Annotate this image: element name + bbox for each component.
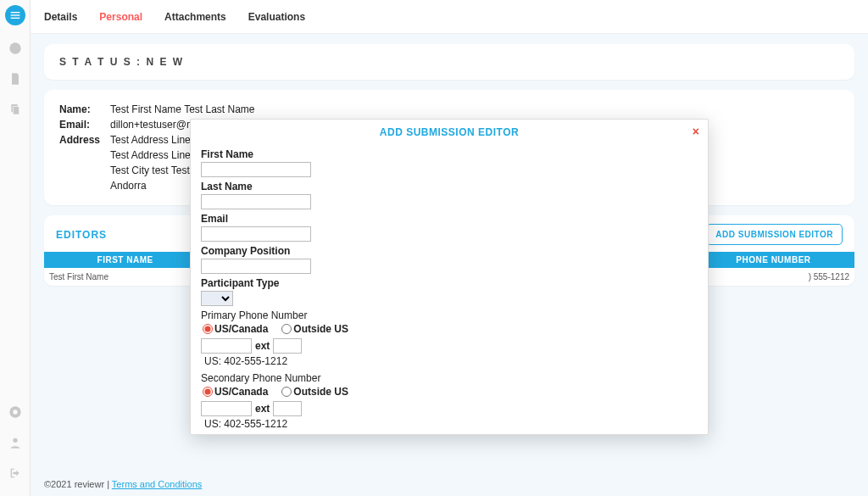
logout-icon[interactable] (8, 465, 23, 481)
participant-type-label: Participant Type (201, 277, 698, 289)
primary-us-canada-radio[interactable]: US/Canada (203, 323, 268, 335)
top-tabs: Details Personal Attachments Evaluations (31, 0, 868, 34)
terms-link[interactable]: Terms and Conditions (112, 479, 202, 489)
status-card: S T A T U S : N E W (44, 44, 854, 80)
primary-phone-input[interactable] (201, 338, 252, 354)
svg-rect-1 (10, 14, 19, 15)
outside-us-label: Outside US (293, 323, 348, 335)
svg-rect-2 (10, 18, 19, 19)
outside-us-label-2: Outside US (293, 386, 348, 398)
tab-details[interactable]: Details (44, 11, 77, 23)
svg-rect-0 (10, 12, 19, 13)
primary-phone-label: Primary Phone Number (201, 309, 698, 321)
primary-phone-ext-input[interactable] (273, 338, 302, 354)
tab-personal[interactable]: Personal (99, 11, 142, 23)
secondary-phone-label: Secondary Phone Number (201, 372, 698, 384)
last-name-input[interactable] (201, 194, 311, 209)
svg-point-8 (13, 438, 17, 443)
cell-first-name: Test First Name (44, 268, 206, 286)
svg-point-3 (9, 42, 20, 53)
primary-outside-us-radio-input[interactable] (281, 324, 292, 334)
add-submission-editor-button[interactable]: ADD SUBMISSION EDITOR (706, 224, 843, 245)
name-value: Test First Name Test Last Name (110, 102, 839, 117)
modal-header: ADD SUBMISSION EDITOR × (191, 120, 708, 145)
name-label: Name: (59, 102, 110, 117)
cell-phone: ) 555-1212 (693, 268, 854, 286)
help-icon[interactable] (8, 404, 23, 420)
last-name-label: Last Name (201, 181, 698, 192)
secondary-outside-us-radio-input[interactable] (281, 387, 292, 397)
app-logo-icon[interactable] (5, 5, 25, 25)
col-first-name: FIRST NAME (44, 252, 206, 268)
email-input[interactable] (201, 226, 311, 242)
col-phone: PHONE NUMBER (693, 252, 854, 268)
document-icon[interactable] (8, 71, 23, 86)
us-canada-label: US/Canada (214, 323, 268, 335)
ext-label: ext (255, 340, 270, 352)
email-label: Email: (59, 117, 110, 132)
first-name-label: First Name (201, 148, 698, 160)
address-label: Address (59, 132, 110, 193)
company-position-input[interactable] (201, 259, 311, 274)
secondary-outside-us-radio[interactable]: Outside US (281, 386, 348, 398)
company-position-label: Company Position (201, 245, 698, 257)
status-text: S T A T U S : N E W (59, 56, 184, 68)
secondary-phone-ext-input[interactable] (273, 401, 302, 416)
us-canada-label-2: US/Canada (214, 386, 268, 398)
user-icon[interactable] (8, 435, 23, 450)
tab-attachments[interactable]: Attachments (164, 11, 226, 23)
primary-us-canada-radio-input[interactable] (203, 324, 213, 334)
footer: ©2021 reviewr | Terms and Conditions (44, 479, 202, 489)
footer-copyright: ©2021 reviewr | (44, 479, 112, 489)
copy-icon[interactable] (8, 102, 23, 117)
modal-body[interactable]: First Name Last Name Email Company Posit… (191, 145, 708, 434)
tab-evaluations[interactable]: Evaluations (248, 11, 305, 23)
editors-title: EDITORS (56, 229, 107, 241)
ext-label-2: ext (255, 403, 270, 415)
primary-phone-hint: US: 402-555-1212 (204, 355, 698, 367)
modal-close-button[interactable]: × (693, 125, 699, 138)
secondary-phone-hint: US: 402-555-1212 (204, 418, 698, 430)
modal-title: ADD SUBMISSION EDITOR (380, 126, 519, 138)
first-name-input[interactable] (201, 162, 311, 177)
svg-point-7 (13, 410, 17, 414)
participant-type-select[interactable] (201, 291, 233, 306)
svg-rect-5 (13, 107, 19, 114)
email-label-modal: Email (201, 213, 698, 225)
secondary-us-canada-radio-input[interactable] (203, 387, 213, 397)
info-icon[interactable] (8, 41, 23, 56)
secondary-phone-input[interactable] (201, 401, 252, 416)
left-sidebar (0, 0, 31, 496)
add-submission-editor-modal: ADD SUBMISSION EDITOR × First Name Last … (190, 119, 709, 435)
secondary-us-canada-radio[interactable]: US/Canada (203, 386, 268, 398)
primary-outside-us-radio[interactable]: Outside US (281, 323, 348, 335)
